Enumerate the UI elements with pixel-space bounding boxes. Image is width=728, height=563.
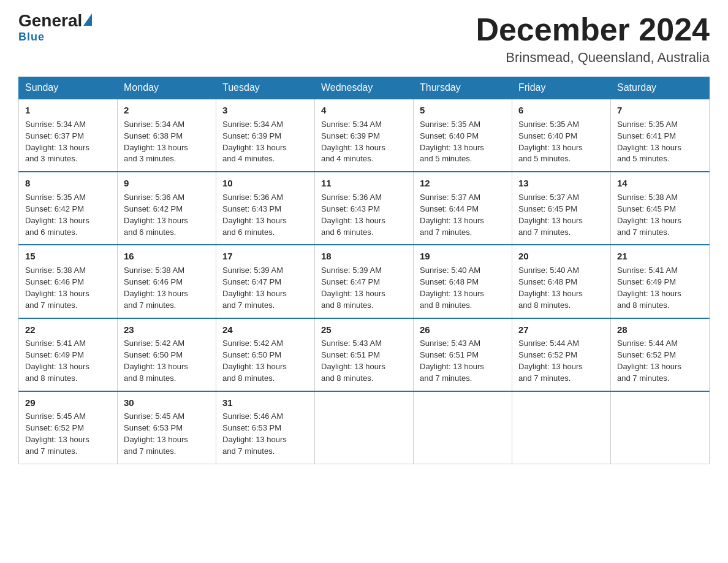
calendar-header-sunday: Sunday <box>19 77 118 99</box>
day-info: Sunrise: 5:36 AMSunset: 6:43 PMDaylight:… <box>222 193 287 237</box>
day-info: Sunrise: 5:38 AMSunset: 6:45 PMDaylight:… <box>617 193 681 237</box>
day-number: 22 <box>25 323 111 337</box>
calendar-table: SundayMondayTuesdayWednesdayThursdayFrid… <box>18 77 710 464</box>
day-number: 28 <box>617 323 703 337</box>
day-number: 18 <box>321 250 407 263</box>
day-number: 27 <box>518 323 604 337</box>
day-info: Sunrise: 5:34 AMSunset: 6:37 PMDaylight:… <box>25 120 89 164</box>
calendar-cell: 3Sunrise: 5:34 AMSunset: 6:39 PMDaylight… <box>216 99 315 172</box>
calendar-cell: 6Sunrise: 5:35 AMSunset: 6:40 PMDaylight… <box>512 99 611 172</box>
day-info: Sunrise: 5:35 AMSunset: 6:42 PMDaylight:… <box>25 193 89 237</box>
day-info: Sunrise: 5:34 AMSunset: 6:39 PMDaylight:… <box>222 120 287 164</box>
day-info: Sunrise: 5:35 AMSunset: 6:40 PMDaylight:… <box>420 120 484 164</box>
day-info: Sunrise: 5:36 AMSunset: 6:43 PMDaylight:… <box>321 193 385 237</box>
day-number: 24 <box>222 323 308 337</box>
calendar-cell: 9Sunrise: 5:36 AMSunset: 6:42 PMDaylight… <box>118 172 216 245</box>
calendar-header-wednesday: Wednesday <box>315 77 414 99</box>
page-header: General Blue December 2024 Brinsmead, Qu… <box>18 12 710 66</box>
calendar-cell: 10Sunrise: 5:36 AMSunset: 6:43 PMDayligh… <box>216 172 315 245</box>
calendar-cell: 22Sunrise: 5:41 AMSunset: 6:49 PMDayligh… <box>19 318 118 391</box>
day-number: 25 <box>321 323 407 337</box>
calendar-cell: 18Sunrise: 5:39 AMSunset: 6:47 PMDayligh… <box>315 245 414 318</box>
calendar-cell: 1Sunrise: 5:34 AMSunset: 6:37 PMDaylight… <box>19 99 118 172</box>
calendar-cell: 27Sunrise: 5:44 AMSunset: 6:52 PMDayligh… <box>512 318 611 391</box>
day-info: Sunrise: 5:44 AMSunset: 6:52 PMDaylight:… <box>518 339 583 383</box>
calendar-cell <box>414 391 512 464</box>
day-info: Sunrise: 5:41 AMSunset: 6:49 PMDaylight:… <box>25 339 89 383</box>
day-info: Sunrise: 5:41 AMSunset: 6:49 PMDaylight:… <box>617 266 681 310</box>
day-info: Sunrise: 5:34 AMSunset: 6:38 PMDaylight:… <box>124 120 188 164</box>
day-info: Sunrise: 5:42 AMSunset: 6:50 PMDaylight:… <box>222 339 287 383</box>
day-number: 8 <box>25 177 111 190</box>
day-info: Sunrise: 5:38 AMSunset: 6:46 PMDaylight:… <box>25 266 89 310</box>
day-info: Sunrise: 5:43 AMSunset: 6:51 PMDaylight:… <box>321 339 385 383</box>
calendar-cell: 30Sunrise: 5:45 AMSunset: 6:53 PMDayligh… <box>118 391 216 464</box>
day-number: 5 <box>420 104 506 117</box>
logo-blue: Blue <box>18 31 45 44</box>
logo-general: General <box>18 12 82 29</box>
day-number: 19 <box>420 250 506 263</box>
day-info: Sunrise: 5:36 AMSunset: 6:42 PMDaylight:… <box>124 193 188 237</box>
calendar-cell: 16Sunrise: 5:38 AMSunset: 6:46 PMDayligh… <box>118 245 216 318</box>
day-number: 7 <box>617 104 703 117</box>
day-number: 30 <box>124 396 210 410</box>
calendar-cell: 19Sunrise: 5:40 AMSunset: 6:48 PMDayligh… <box>414 245 512 318</box>
day-info: Sunrise: 5:40 AMSunset: 6:48 PMDaylight:… <box>518 266 583 310</box>
day-number: 21 <box>617 250 703 263</box>
calendar-header-thursday: Thursday <box>414 77 512 99</box>
calendar-cell: 12Sunrise: 5:37 AMSunset: 6:44 PMDayligh… <box>414 172 512 245</box>
calendar-cell: 31Sunrise: 5:46 AMSunset: 6:53 PMDayligh… <box>216 391 315 464</box>
calendar-cell: 17Sunrise: 5:39 AMSunset: 6:47 PMDayligh… <box>216 245 315 318</box>
day-number: 23 <box>124 323 210 337</box>
day-info: Sunrise: 5:45 AMSunset: 6:52 PMDaylight:… <box>25 412 89 456</box>
calendar-cell: 28Sunrise: 5:44 AMSunset: 6:52 PMDayligh… <box>611 318 710 391</box>
calendar-cell: 5Sunrise: 5:35 AMSunset: 6:40 PMDaylight… <box>414 99 512 172</box>
calendar-header-monday: Monday <box>118 77 216 99</box>
day-info: Sunrise: 5:35 AMSunset: 6:40 PMDaylight:… <box>518 120 583 164</box>
calendar-cell: 25Sunrise: 5:43 AMSunset: 6:51 PMDayligh… <box>315 318 414 391</box>
day-info: Sunrise: 5:39 AMSunset: 6:47 PMDaylight:… <box>222 266 287 310</box>
calendar-cell: 13Sunrise: 5:37 AMSunset: 6:45 PMDayligh… <box>512 172 611 245</box>
calendar-cell: 21Sunrise: 5:41 AMSunset: 6:49 PMDayligh… <box>611 245 710 318</box>
calendar-header-friday: Friday <box>512 77 611 99</box>
day-number: 26 <box>420 323 506 337</box>
title-area: December 2024 Brinsmead, Queensland, Aus… <box>476 12 710 66</box>
calendar-cell <box>611 391 710 464</box>
logo-text: General <box>18 12 93 29</box>
day-number: 29 <box>25 396 111 410</box>
logo-triangle-icon <box>83 13 92 26</box>
calendar-cell: 23Sunrise: 5:42 AMSunset: 6:50 PMDayligh… <box>118 318 216 391</box>
day-number: 31 <box>222 396 308 410</box>
day-info: Sunrise: 5:37 AMSunset: 6:44 PMDaylight:… <box>420 193 484 237</box>
day-info: Sunrise: 5:43 AMSunset: 6:51 PMDaylight:… <box>420 339 484 383</box>
calendar-cell <box>315 391 414 464</box>
day-number: 11 <box>321 177 407 190</box>
day-info: Sunrise: 5:37 AMSunset: 6:45 PMDaylight:… <box>518 193 583 237</box>
day-info: Sunrise: 5:44 AMSunset: 6:52 PMDaylight:… <box>617 339 681 383</box>
calendar-week-row-5: 29Sunrise: 5:45 AMSunset: 6:52 PMDayligh… <box>19 391 710 464</box>
calendar-cell: 26Sunrise: 5:43 AMSunset: 6:51 PMDayligh… <box>414 318 512 391</box>
calendar-cell <box>512 391 611 464</box>
day-info: Sunrise: 5:38 AMSunset: 6:46 PMDaylight:… <box>124 266 188 310</box>
day-info: Sunrise: 5:45 AMSunset: 6:53 PMDaylight:… <box>124 412 188 456</box>
calendar-cell: 11Sunrise: 5:36 AMSunset: 6:43 PMDayligh… <box>315 172 414 245</box>
calendar-header-tuesday: Tuesday <box>216 77 315 99</box>
day-number: 1 <box>25 104 111 117</box>
day-number: 14 <box>617 177 703 190</box>
day-number: 15 <box>25 250 111 263</box>
day-number: 4 <box>321 104 407 117</box>
calendar-cell: 8Sunrise: 5:35 AMSunset: 6:42 PMDaylight… <box>19 172 118 245</box>
calendar-cell: 4Sunrise: 5:34 AMSunset: 6:39 PMDaylight… <box>315 99 414 172</box>
calendar-week-row-2: 8Sunrise: 5:35 AMSunset: 6:42 PMDaylight… <box>19 172 710 245</box>
calendar-cell: 14Sunrise: 5:38 AMSunset: 6:45 PMDayligh… <box>611 172 710 245</box>
calendar-cell: 24Sunrise: 5:42 AMSunset: 6:50 PMDayligh… <box>216 318 315 391</box>
day-number: 9 <box>124 177 210 190</box>
day-number: 3 <box>222 104 308 117</box>
day-info: Sunrise: 5:34 AMSunset: 6:39 PMDaylight:… <box>321 120 385 164</box>
calendar-week-row-1: 1Sunrise: 5:34 AMSunset: 6:37 PMDaylight… <box>19 99 710 172</box>
day-info: Sunrise: 5:35 AMSunset: 6:41 PMDaylight:… <box>617 120 681 164</box>
day-number: 10 <box>222 177 308 190</box>
day-number: 12 <box>420 177 506 190</box>
calendar-cell: 2Sunrise: 5:34 AMSunset: 6:38 PMDaylight… <box>118 99 216 172</box>
day-info: Sunrise: 5:42 AMSunset: 6:50 PMDaylight:… <box>124 339 188 383</box>
